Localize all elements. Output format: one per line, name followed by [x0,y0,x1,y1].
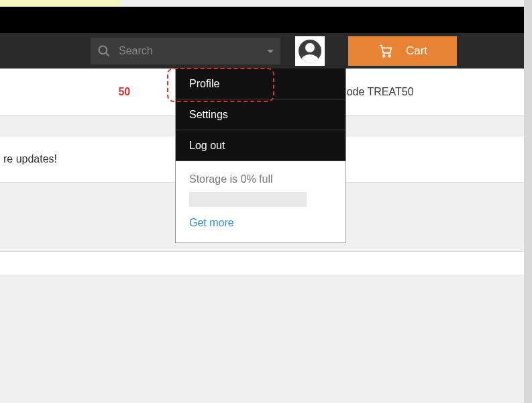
menu-item-profile[interactable]: Profile [176,69,345,99]
cart-label: Cart [406,44,427,58]
svg-point-2 [383,55,385,57]
avatar-button[interactable] [295,36,325,66]
top-strip [0,0,121,7]
menu-item-logout[interactable]: Log out [176,130,345,161]
cart-button[interactable]: Cart [348,36,457,66]
svg-point-0 [99,46,107,54]
promo-code: code TREAT50 [338,86,413,97]
search-icon [97,44,111,58]
updates-text: re updates! [3,153,57,165]
promo-red-prefix: 50 [118,86,130,97]
chevron-down-icon[interactable] [267,50,274,53]
cart-icon [378,44,394,58]
svg-line-1 [106,53,109,56]
white-strip [0,251,532,275]
menu-item-label: Log out [189,140,225,152]
search-input[interactable] [119,45,267,57]
storage-section: Storage is 0% full Get more [176,161,345,242]
menu-item-label: Profile [189,78,219,90]
user-dropdown-menu: Profile Settings Log out Storage is 0% f… [175,69,346,243]
avatar-icon [299,40,321,62]
menu-item-label: Settings [189,109,228,121]
menu-item-settings[interactable]: Settings [176,99,345,130]
toolbar: Cart [0,33,532,69]
storage-progress-bar [189,192,307,207]
search-container[interactable] [91,38,280,64]
scrollbar-track[interactable] [524,0,532,403]
storage-label: Storage is 0% full [189,173,332,185]
get-more-link[interactable]: Get more [189,217,332,229]
svg-point-3 [388,55,390,57]
